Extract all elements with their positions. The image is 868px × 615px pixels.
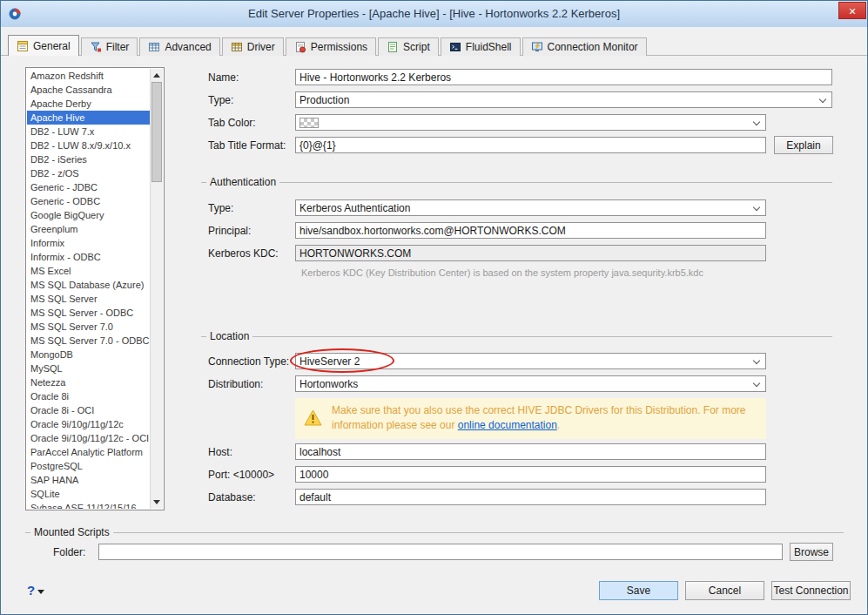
distribution-dropdown[interactable]: Hortonworks [295, 375, 766, 392]
kerberos-kdc-input[interactable] [295, 245, 766, 261]
close-button[interactable]: ✕ [838, 2, 866, 19]
test-connection-button[interactable]: Test Connection [771, 581, 851, 600]
list-item[interactable]: Oracle 8i - OCI [27, 403, 150, 417]
host-input[interactable] [295, 443, 766, 460]
principal-label: Principal: [208, 225, 251, 237]
auth-type-dropdown[interactable]: Kerberos Authentication [295, 199, 766, 216]
list-item[interactable]: MS SQL Database (Azure) [27, 278, 150, 292]
tab-connection-monitor[interactable]: Connection Monitor [522, 37, 647, 56]
kerberos-kdc-note: Kerberos KDC (Key Distribution Center) i… [301, 267, 703, 278]
tab-permissions[interactable]: Permissions [286, 37, 376, 56]
port-input[interactable] [295, 466, 766, 483]
server-type-list[interactable]: Amazon RedshiftApache CassandraApache De… [25, 67, 165, 510]
list-item[interactable]: MongoDB [27, 348, 150, 362]
tab-advanced[interactable]: Advanced [139, 37, 219, 56]
list-item[interactable]: Google BigQuery [27, 208, 150, 222]
scroll-down-button[interactable] [151, 496, 163, 509]
script-icon [387, 41, 399, 53]
advanced-icon [148, 41, 160, 53]
tab-label: Permissions [311, 41, 367, 53]
list-item[interactable]: DB2 - z/OS [27, 166, 150, 180]
list-item[interactable]: MySQL [27, 362, 150, 375]
tab-fluidshell[interactable]: FluidShell [441, 37, 521, 56]
caret-down-icon [37, 590, 44, 594]
list-item[interactable]: Generic - JDBC [27, 180, 150, 194]
folder-label: Folder: [53, 546, 85, 558]
cancel-button[interactable]: Cancel [685, 581, 764, 600]
list-item[interactable]: Apache Hive [27, 111, 150, 125]
tab-label: FluidShell [466, 41, 512, 53]
chevron-down-icon [753, 204, 760, 211]
name-label: Name: [208, 71, 239, 84]
driver-icon [231, 41, 243, 53]
list-item[interactable]: DB2 - iSeries [27, 152, 150, 166]
principal-input[interactable] [295, 222, 766, 239]
driver-warning-box: Make sure that you also use the correct … [295, 398, 766, 439]
list-item[interactable]: Greenplum [27, 222, 150, 236]
tab-label: Filter [106, 41, 130, 53]
folder-input[interactable] [98, 544, 783, 560]
authentication-group: Authentication [201, 182, 832, 183]
warning-text-after: . [557, 419, 560, 431]
list-item[interactable]: MS SQL Server 7.0 [27, 320, 150, 334]
tab-label: General [33, 40, 71, 52]
help-icon: ? [27, 583, 35, 598]
list-item[interactable]: MS SQL Server 7.0 - ODBC [27, 334, 150, 348]
list-item[interactable]: MS Excel [27, 264, 150, 278]
list-item[interactable]: Oracle 8i [27, 389, 150, 403]
list-item[interactable]: SAP HANA [27, 473, 150, 487]
explain-button[interactable]: Explain [774, 136, 833, 154]
list-item[interactable]: Apache Derby [27, 97, 150, 111]
chevron-down-icon [753, 380, 760, 387]
list-item[interactable]: DB2 - LUW 7.x [27, 125, 150, 139]
scroll-up-icon [153, 73, 160, 78]
connection-type-dropdown[interactable]: HiveServer 2 [295, 353, 766, 369]
browse-button[interactable]: Browse [790, 543, 833, 561]
database-input[interactable] [295, 489, 766, 505]
list-item[interactable]: Generic - ODBC [27, 194, 150, 208]
tab-title-format-input[interactable] [295, 137, 766, 153]
help-button[interactable]: ? [27, 583, 44, 598]
list-item[interactable]: Netezza [27, 375, 150, 389]
list-item[interactable]: MS SQL Server - ODBC [27, 306, 150, 320]
mounted-scripts-group-title: Mounted Scripts [30, 526, 113, 538]
location-group: Location [201, 336, 832, 337]
tab-color-dropdown[interactable] [295, 114, 766, 131]
tab-title-format-label: Tab Title Format: [208, 139, 286, 152]
list-item[interactable]: SQLite [27, 487, 150, 501]
tab-filter[interactable]: Filter [81, 37, 138, 56]
list-item[interactable]: Oracle 9i/10g/11g/12c - OCI [27, 431, 150, 445]
type-dropdown[interactable]: Production [295, 91, 832, 108]
warning-icon [304, 409, 322, 426]
list-scrollbar[interactable] [150, 69, 163, 509]
tab-color-label: Tab Color: [208, 117, 256, 129]
type-label: Type: [208, 94, 233, 106]
list-item[interactable]: DB2 - LUW 8.x/9.x/10.x [27, 139, 150, 152]
kerberos-kdc-label: Kerberos KDC: [208, 247, 279, 260]
list-item[interactable]: ParAccel Analytic Platform [27, 445, 150, 459]
online-documentation-link[interactable]: online documentation [458, 419, 557, 431]
list-item[interactable]: Informix - ODBC [27, 250, 150, 264]
save-button[interactable]: Save [599, 581, 678, 600]
list-item[interactable]: Informix [27, 236, 150, 250]
name-input[interactable] [295, 69, 832, 85]
distribution-value: Hortonworks [299, 378, 358, 390]
tab-label: Advanced [165, 41, 211, 53]
connection-type-label: Connection Type: [208, 355, 289, 368]
list-item[interactable]: Oracle 9i/10g/11g/12c [27, 417, 150, 431]
tab-label: Script [403, 41, 430, 53]
tab-script[interactable]: Script [378, 37, 439, 56]
tab-driver[interactable]: Driver [222, 37, 284, 56]
connection-monitor-icon [531, 41, 543, 53]
auth-type-label: Type: [208, 202, 233, 214]
auth-type-value: Kerberos Authentication [299, 202, 410, 214]
location-group-title: Location [206, 330, 252, 342]
list-item[interactable]: PostgreSQL [27, 459, 150, 473]
list-item[interactable]: Sybase ASE 11/12/15/16 [27, 501, 150, 509]
scroll-up-button[interactable] [151, 69, 163, 82]
list-item[interactable]: MS SQL Server [27, 292, 150, 306]
list-item[interactable]: Apache Cassandra [27, 83, 150, 97]
tab-general[interactable]: General [8, 35, 79, 56]
list-item[interactable]: Amazon Redshift [27, 69, 150, 83]
scrollbar-thumb[interactable] [151, 82, 162, 182]
